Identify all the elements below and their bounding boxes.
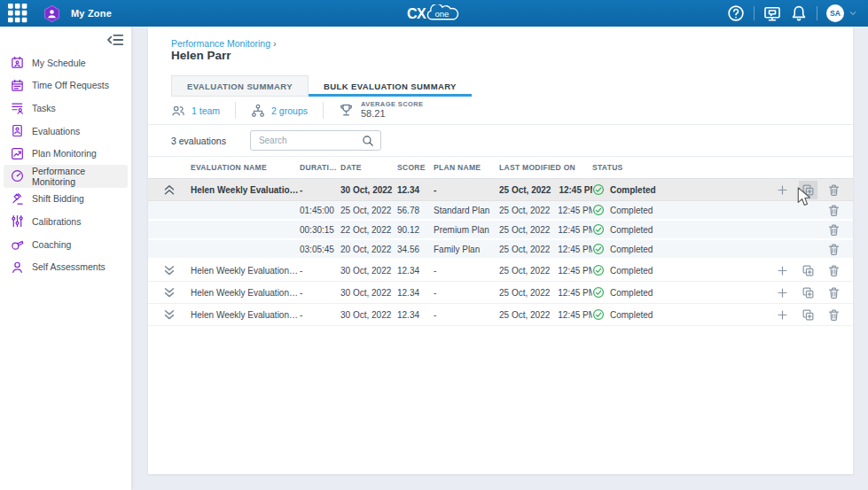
sidebar-item-calibrations[interactable]: Calibrations (4, 210, 128, 233)
table-row[interactable]: 01:45:0025 Oct, 202256.78Standard Plan25… (148, 201, 853, 221)
team-link[interactable]: 1 team (171, 104, 220, 118)
search-icon[interactable] (362, 135, 374, 147)
breadcrumb-link[interactable]: Performance Monitoring (171, 38, 270, 49)
check-circle-icon (592, 264, 605, 276)
delete-evaluation-button[interactable] (825, 201, 843, 220)
table-row[interactable]: Helen Weekly Evaluation - June 20-30 Oct… (148, 282, 853, 304)
table-row[interactable]: 03:05:4520 Oct, 202234.56Family Plan25 O… (148, 240, 853, 260)
sidebar-item-shift-bidding[interactable]: Shift Bidding (4, 188, 128, 211)
modified-date: 25 Oct, 2022 (499, 310, 550, 320)
table-row[interactable]: Helen Weekly Evaluation - June...-30 Oct… (148, 179, 853, 201)
groups-label[interactable]: 2 groups (271, 105, 308, 116)
trophy-icon (339, 103, 354, 118)
duration-cell: 01:45:00 (300, 206, 340, 215)
collapse-panel-icon[interactable] (106, 30, 125, 50)
cxone-logo-cx: CX (407, 5, 426, 23)
time-off-icon (11, 79, 24, 92)
add-evaluation-button[interactable] (773, 181, 792, 199)
sidebar-item-evaluations[interactable]: Evaluations (4, 120, 128, 143)
sidebar-nav: My ScheduleTime Off RequestsTasksEvaluat… (0, 51, 131, 278)
status-cell: Completed (592, 308, 699, 321)
add-evaluation-button[interactable] (773, 261, 792, 280)
col-plan-name: PLAN NAME (434, 163, 499, 172)
sidebar-item-label: Time Off Requests (32, 80, 109, 90)
evaluation-name-cell: Helen Weekly Evaluation - June 20 (191, 288, 300, 298)
evaluations-icon (11, 124, 24, 137)
add-evaluation-button[interactable] (773, 306, 792, 324)
sidebar-item-tasks[interactable]: Tasks (4, 97, 128, 120)
status-cell: Completed (592, 286, 699, 299)
copy-evaluation-button[interactable] (799, 306, 817, 324)
col-evaluation-name: EVALUATION NAME (191, 163, 300, 172)
stats-separator (323, 102, 324, 119)
plus-icon (776, 286, 789, 299)
status-cell: Completed (592, 183, 699, 196)
screen-share-icon[interactable] (763, 4, 781, 22)
delete-evaluation-button[interactable] (825, 221, 843, 239)
row-actions (699, 240, 853, 259)
sidebar-item-label: Shift Bidding (32, 193, 84, 204)
modified-date: 25 Oct, 2022 (499, 185, 551, 195)
delete-evaluation-button[interactable] (825, 284, 843, 302)
sidebar-item-time-off-requests[interactable]: Time Off Requests (4, 74, 128, 97)
row-actions (699, 181, 853, 199)
check-circle-icon (592, 286, 605, 299)
modified-time: 12:45 PM (558, 245, 592, 254)
plan-name-cell: - (434, 185, 499, 195)
trash-icon (827, 286, 841, 299)
expand-rows-icon[interactable] (161, 284, 177, 300)
row-actions (699, 201, 853, 220)
sidebar-item-plan-monitoring[interactable]: Plan Monitoring (4, 142, 128, 165)
plan-name-cell: Family Plan (434, 245, 499, 254)
sidebar-item-my-schedule[interactable]: My Schedule (4, 51, 128, 74)
add-evaluation-button[interactable] (773, 284, 792, 302)
score-cell: 90.12 (397, 225, 434, 235)
trash-icon (827, 264, 841, 277)
copy-evaluation-button[interactable] (799, 284, 817, 302)
expand-rows-icon[interactable] (161, 262, 177, 278)
check-circle-icon (592, 308, 605, 321)
delete-evaluation-button[interactable] (825, 306, 843, 324)
schedule-icon (11, 56, 24, 69)
modified-date: 25 Oct, 2022 (499, 206, 550, 215)
topbar-separator (754, 6, 755, 20)
breadcrumb[interactable]: Performance Monitoring › (171, 38, 277, 49)
search-input[interactable] (251, 136, 362, 145)
expand-rows-icon[interactable] (161, 307, 177, 323)
sidebar-item-performance-monitoring[interactable]: Performance Monitoring (4, 165, 128, 188)
delete-evaluation-button[interactable] (825, 181, 843, 199)
user-menu[interactable]: SA (826, 4, 857, 22)
tab-bulk-evaluation-summary[interactable]: BULK EVALUATION SUMMARY (309, 75, 472, 97)
trash-icon (827, 223, 841, 237)
notifications-bell-icon[interactable] (790, 4, 808, 22)
tab-evaluation-summary[interactable]: EVALUATION SUMMARY (171, 75, 309, 97)
app-launcher-grid-icon[interactable] (8, 4, 27, 23)
copy-evaluation-button[interactable] (799, 181, 817, 199)
help-icon[interactable] (727, 4, 745, 22)
table-row[interactable]: Helen Weekly Evaluation - June 20-30 Oct… (148, 260, 853, 282)
modified-time: 12:45 PM (559, 185, 592, 195)
table-row[interactable]: 00:30:1522 Oct, 202290.12Premium Plan25 … (148, 221, 853, 240)
team-label[interactable]: 1 team (192, 105, 220, 116)
expander-cell (148, 182, 191, 198)
status-label: Completed (610, 225, 653, 235)
groups-link[interactable]: 2 groups (251, 104, 308, 118)
delete-evaluation-button[interactable] (825, 261, 843, 280)
tasks-icon (11, 101, 24, 114)
plus-icon (776, 264, 789, 277)
sidebar-item-coaching[interactable]: Coaching (4, 233, 128, 256)
copy-evaluation-button[interactable] (799, 261, 817, 280)
score-cell: 34.56 (397, 245, 434, 254)
table-row[interactable]: Helen Weekly Evaluation - June 20-30 Oct… (148, 304, 853, 326)
sidebar-item-self-assessments[interactable]: Self Assessments (4, 255, 128, 278)
check-circle-icon (592, 183, 605, 196)
duration-cell: - (300, 310, 340, 320)
avatar[interactable]: SA (826, 4, 844, 22)
date-cell: 22 Oct, 2022 (340, 225, 397, 235)
col-last-modified-on: LAST MODIFIED ON (499, 163, 592, 172)
collapse-rows-icon[interactable] (161, 182, 177, 198)
status-label: Completed (610, 206, 653, 215)
delete-evaluation-button[interactable] (825, 240, 843, 259)
sidebar-item-label: Tasks (32, 103, 56, 113)
plus-icon (776, 183, 789, 197)
